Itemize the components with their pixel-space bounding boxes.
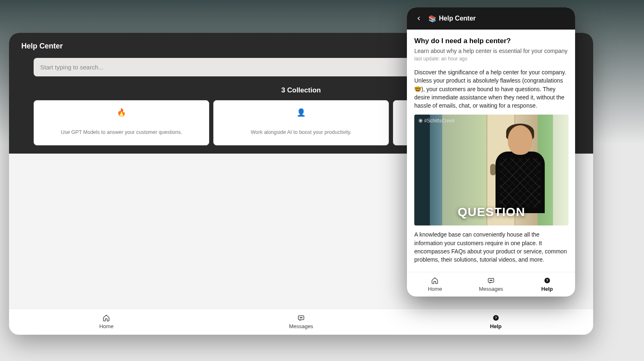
article-subtitle: Learn about why a help center is essenti… (414, 48, 569, 54)
fire-icon: 🔥 (41, 108, 202, 117)
nav-label: Messages (479, 286, 503, 292)
nav-home[interactable]: Home (9, 309, 204, 335)
panel-nav-messages[interactable]: Messages (463, 272, 519, 297)
help-center-panel: 📚 Help Center Why do I need a help cente… (407, 7, 575, 297)
nav-label: Home (99, 323, 114, 329)
emoji-icon: 🤓 (414, 86, 421, 92)
svg-point-9 (490, 280, 490, 281)
svg-text:?: ? (495, 316, 497, 320)
svg-point-3 (300, 317, 300, 318)
article-paragraph: Discover the significance of a help cent… (414, 68, 569, 110)
panel-body[interactable]: Why do I need a help center? Learn about… (407, 30, 575, 272)
help-icon: ? (492, 314, 500, 322)
card-title: GPT Chatbot (41, 120, 202, 128)
svg-point-5 (302, 317, 302, 318)
nav-help[interactable]: ? Help (398, 309, 593, 335)
article-paragraph: A knowledge base can conveniently house … (414, 230, 569, 264)
article-title: Why do I need a help center? (414, 37, 569, 45)
panel-header: 📚 Help Center (407, 7, 575, 30)
messages-icon (297, 314, 305, 322)
person-icon: 👤 (220, 108, 382, 117)
panel-nav-home[interactable]: Home (407, 272, 463, 297)
chevron-left-icon (416, 15, 422, 22)
card-title: AI-enhanced workspace (220, 120, 382, 128)
main-bottom-nav: Home Messages ? Help (9, 308, 593, 335)
nav-label: Home (428, 286, 442, 292)
panel-bottom-nav: Home Messages ? Help (407, 272, 575, 297)
nav-messages[interactable]: Messages (204, 309, 399, 335)
svg-point-11 (492, 280, 492, 281)
nav-label: Help (541, 286, 553, 292)
back-button[interactable] (414, 14, 423, 23)
panel-nav-help[interactable]: ? Help (519, 272, 575, 297)
svg-point-4 (301, 317, 301, 318)
home-icon (103, 314, 110, 322)
collection-card[interactable]: 🔥 GPT Chatbot Use GPT Models to answer y… (34, 100, 209, 145)
article-meta: last update: an hour ago (414, 56, 569, 62)
article-image: #SchittsCreek QUESTION (414, 115, 569, 225)
panel-title-text: Help Center (439, 15, 476, 22)
card-desc: Work alongside AI to boost your producti… (220, 129, 382, 135)
panel-title: 📚 Help Center (428, 15, 476, 23)
svg-point-10 (491, 280, 491, 281)
image-caption: QUESTION (414, 205, 569, 219)
home-icon (431, 277, 438, 284)
books-icon: 📚 (428, 15, 436, 23)
nav-label: Help (490, 323, 502, 329)
messages-icon (487, 277, 495, 284)
help-icon: ? (544, 277, 551, 284)
collection-card[interactable]: 👤 AI-enhanced workspace Work alongside A… (213, 100, 389, 145)
card-desc: Use GPT Models to answer your customer q… (41, 129, 202, 135)
nav-label: Messages (289, 323, 313, 329)
image-watermark: #SchittsCreek (418, 118, 455, 124)
svg-text:?: ? (546, 278, 548, 283)
